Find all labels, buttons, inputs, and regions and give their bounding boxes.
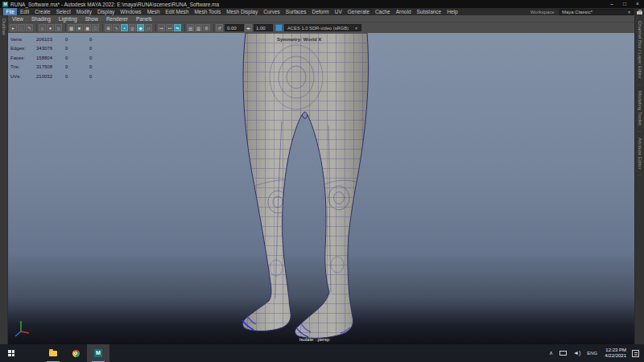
poly-count-hud: Verts:20610300 Edges:34307600 Faces:1588… xyxy=(10,35,114,81)
chrome-icon xyxy=(72,350,80,357)
menu-uv[interactable]: UV xyxy=(332,8,345,15)
maximize-button[interactable]: □ xyxy=(618,0,631,8)
maya-taskbar-button[interactable]: M xyxy=(87,344,109,362)
workspace-dropdown[interactable]: Maya Classic* ▼ xyxy=(559,9,634,15)
color-management-icon[interactable] xyxy=(275,24,283,31)
lighting-display-icon[interactable]: □ xyxy=(92,24,99,31)
chevron-down-icon: ▼ xyxy=(627,10,631,14)
falloff-field[interactable] xyxy=(254,24,273,31)
panel-menu-renderer[interactable]: Renderer xyxy=(102,15,132,23)
toolbar-separator xyxy=(65,24,66,31)
toolbar-separator xyxy=(155,24,156,31)
construction-history-icon[interactable]: ↺ xyxy=(216,24,223,31)
hud-row-uvs: UVs:21003200 xyxy=(10,72,114,81)
perspective-viewport[interactable]: Verts:20610300 Edges:34307600 Faces:1588… xyxy=(8,33,634,344)
select-tool-icon[interactable]: ▸ xyxy=(10,24,17,31)
menu-deform[interactable]: Deform xyxy=(309,8,332,15)
panel-toolbar: ▸ ◌ ✎ ⌂ ● ◇ ▦ ■ ▣ □ ⊞ ∿ • ◎ ◆ ▱ ↦ ↤ ⇋ ▤ … xyxy=(8,23,634,33)
output-connections-icon[interactable]: ↤ xyxy=(166,24,173,31)
slider-handle-icon[interactable]: ◂▸ xyxy=(245,24,252,31)
render-icon[interactable]: ▤ xyxy=(187,24,194,31)
panel-menu: View Shading Lighting Show Renderer Pane… xyxy=(8,15,634,23)
make-live-icon[interactable]: ◆ xyxy=(137,24,144,31)
menu-substance[interactable]: Substance xyxy=(414,8,444,15)
symmetry-icon[interactable]: ⇋ xyxy=(174,24,181,31)
menu-mesh-tools[interactable]: Mesh Tools xyxy=(192,8,224,15)
lasso-select-icon[interactable]: ◌ xyxy=(18,24,25,31)
panel-menu-shading[interactable]: Shading xyxy=(27,15,55,23)
menu-cache[interactable]: Cache xyxy=(372,8,393,15)
panel-menu-lighting[interactable]: Lighting xyxy=(55,15,81,23)
action-center-icon[interactable] xyxy=(632,350,639,357)
menu-arnold[interactable]: Arnold xyxy=(393,8,414,15)
isolate-hud: Isolate : persp xyxy=(299,337,330,342)
tab-modeling-toolkit[interactable]: Modeling Toolkit xyxy=(638,85,642,132)
tab-attribute-editor[interactable]: Attribute Editor xyxy=(638,132,642,176)
chevron-down-icon: ▼ xyxy=(354,25,358,31)
hud-row-faces: Faces:15880400 xyxy=(10,53,114,63)
menu-curves[interactable]: Curves xyxy=(261,8,283,15)
panel-menu-show[interactable]: Show xyxy=(81,15,102,23)
menu-mesh-display[interactable]: Mesh Display xyxy=(224,8,261,15)
symmetry-hud: Symmetry: World X xyxy=(277,37,321,42)
colorspace-dropdown[interactable]: ACES 1.0 SDR-video (sRGB) ▼ xyxy=(284,24,361,31)
select-hierarchy-icon[interactable]: ⌂ xyxy=(39,24,46,31)
paint-select-icon[interactable]: ✎ xyxy=(26,24,33,31)
axis-gizmo xyxy=(15,321,29,336)
minimize-button[interactable]: – xyxy=(605,0,618,8)
right-sidebar: Channel Box / Layer Editor Modeling Tool… xyxy=(634,15,644,344)
language-indicator[interactable]: ENG xyxy=(584,344,601,362)
toolbar-separator xyxy=(102,24,103,31)
menu-help[interactable]: Help xyxy=(444,8,460,15)
clock-date: 4/22/2021 xyxy=(605,353,626,359)
render-settings-icon[interactable]: ⚙ xyxy=(203,24,210,31)
snap-point-icon[interactable]: • xyxy=(121,24,128,31)
toolbar-separator xyxy=(213,24,214,31)
windows-logo-icon xyxy=(8,350,14,356)
toolbar-separator xyxy=(36,24,37,31)
outliner-tab-label[interactable]: Outliner xyxy=(2,19,6,35)
crotch-seam xyxy=(302,115,308,119)
start-button[interactable] xyxy=(0,344,23,362)
snap-grid-icon[interactable]: ⊞ xyxy=(105,24,112,31)
panel-menu-panels[interactable]: Panels xyxy=(132,15,156,23)
select-component-icon[interactable]: ◇ xyxy=(55,24,62,31)
maya-window: M RUNA_Software.ma* - Autodesk MAYA 2022… xyxy=(0,0,644,362)
title-bar: M RUNA_Software.ma* - Autodesk MAYA 2022… xyxy=(0,0,644,8)
maya-icon: M xyxy=(94,349,102,357)
file-explorer-button[interactable] xyxy=(42,344,64,362)
tab-channel-box[interactable]: Channel Box / Layer Editor xyxy=(638,15,642,85)
chrome-button[interactable] xyxy=(64,344,87,362)
menu-edit-mesh[interactable]: Edit Mesh xyxy=(163,8,192,15)
maya-app-icon: M xyxy=(2,2,8,7)
soft-select-field[interactable] xyxy=(225,24,244,31)
shaded-display-icon[interactable]: ■ xyxy=(76,24,83,31)
panel-menu-view[interactable]: View xyxy=(8,15,27,23)
snap-projected-center-icon[interactable]: ◎ xyxy=(129,24,136,31)
close-button[interactable]: × xyxy=(631,0,644,8)
folder-icon xyxy=(49,351,57,356)
taskbar-spacer xyxy=(23,344,42,362)
input-connections-icon[interactable]: ↦ xyxy=(158,24,165,31)
network-icon[interactable] xyxy=(559,351,567,356)
textured-display-icon[interactable]: ▣ xyxy=(84,24,91,31)
system-tray: ∧ ◄) ENG 12:23 PM 4/22/2021 xyxy=(546,344,644,362)
toolbar-separator xyxy=(184,24,185,31)
select-object-icon[interactable]: ● xyxy=(47,24,54,31)
outliner-collapsed-panel[interactable]: Outliner xyxy=(0,15,8,344)
ipr-render-icon[interactable]: ▥ xyxy=(195,24,202,31)
workspace-label: Workspace : xyxy=(530,10,557,14)
wireframe-display-icon[interactable]: ▦ xyxy=(68,24,75,31)
speaker-icon[interactable]: ◄) xyxy=(570,344,584,362)
snap-curve-icon[interactable]: ∿ xyxy=(113,24,120,31)
hidden-icons-chevron[interactable]: ∧ xyxy=(546,344,556,362)
clock-time: 12:23 PM xyxy=(605,348,626,353)
hud-row-edges: Edges:34307600 xyxy=(10,44,114,54)
workspace-lock-icon[interactable] xyxy=(637,10,642,14)
snap-view-plane-icon[interactable]: ▱ xyxy=(145,24,152,31)
window-title: RUNA_Software.ma* - Autodesk MAYA 2022: … xyxy=(10,2,219,7)
hud-row-verts: Verts:20610300 xyxy=(10,35,114,44)
menu-generate[interactable]: Generate xyxy=(345,8,372,15)
menu-surfaces[interactable]: Surfaces xyxy=(283,8,309,15)
taskbar-clock[interactable]: 12:23 PM 4/22/2021 xyxy=(601,348,630,359)
